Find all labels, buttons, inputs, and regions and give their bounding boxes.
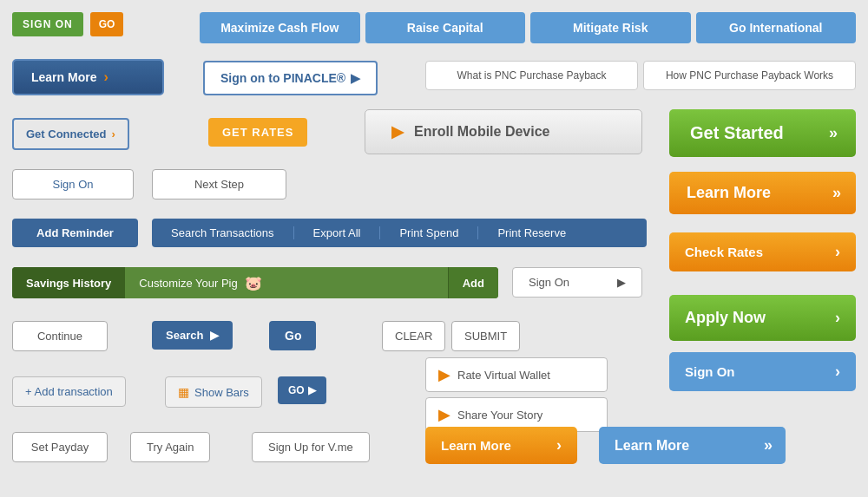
pnc-tab-1-button[interactable]: What is PNC Purchase Payback [425,61,638,90]
sign-on-right-button[interactable]: Sign On › [669,352,856,391]
learn-more-orange-chevron-icon: » [832,184,838,202]
learn-more-orange-bottom-chevron-icon: › [556,436,562,454]
raise-capital-button[interactable]: Raise Capital [365,12,526,43]
top-nav: Maximize Cash Flow Raise Capital Mitigat… [200,12,856,43]
main-canvas: Maximize Cash Flow Raise Capital Mitigat… [0,0,868,497]
get-started-chevron-icon: » [829,124,835,142]
bar-chart-icon: ▦ [178,385,189,399]
sign-on-play-icon: ▶ [617,276,626,289]
get-connected-label: Get Connected [26,128,106,141]
enroll-mobile-button[interactable]: ▶ Enroll Mobile Device [365,109,642,154]
learn-more-blue-bottom-chevron-icon: » [764,436,770,454]
sign-on-arrow-label: Sign On [529,276,569,289]
customize-pig-label: Customize Your Pig [139,277,237,290]
search-arrow-icon: ▶ [210,329,219,342]
show-bars-label: Show Bars [194,386,249,399]
get-started-button[interactable]: Get Started » [669,109,856,157]
pnc-tab-2-button[interactable]: How PNC Purchase Payback Works [643,61,856,90]
search-transactions-button[interactable]: Search Transactions [152,226,294,239]
apply-now-button[interactable]: Apply Now › [669,295,856,341]
rate-vw-play-icon: ▶ [438,365,450,384]
learn-more-dark-label: Learn More [31,70,96,84]
share-story-play-icon: ▶ [438,405,450,424]
learn-more-blue-bottom-button[interactable]: Learn More » [599,427,786,464]
go-international-button[interactable]: Go International [696,12,857,43]
learn-more-dark-button[interactable]: Learn More › [12,59,164,95]
learn-more-orange-bottom-button[interactable]: Learn More › [425,427,577,464]
next-step-button[interactable]: Next Step [152,169,286,199]
go-dark-button[interactable]: Go [269,321,316,350]
clear-button[interactable]: CLEAR [382,321,445,351]
go-blue-button[interactable]: GO ▶ [278,376,326,404]
add-transaction-button[interactable]: + Add transaction [12,376,126,407]
add-reminder-button[interactable]: Add Reminder [12,219,138,247]
set-payday-button[interactable]: Set Payday [12,432,108,462]
check-rates-label: Check Rates [685,245,763,259]
pinacle-button[interactable]: Sign on to PINACLE® ▶ [203,61,378,95]
export-all-button[interactable]: Export All [294,226,381,239]
try-again-button[interactable]: Try Again [130,432,210,462]
apply-now-chevron-icon: › [835,309,840,327]
pinacle-arrow-icon: ▶ [351,71,360,85]
get-connected-button[interactable]: Get Connected › [12,118,129,150]
play-icon: ▶ [391,122,404,141]
savings-bar: Savings History Customize Your Pig 🐷 Add [12,267,498,298]
pig-icon: 🐷 [245,275,262,291]
signup-vme-button[interactable]: Sign Up for V.me [252,432,370,462]
get-rates-button[interactable]: GET RATES [208,118,307,147]
sign-on-green-button[interactable]: SIGN ON [12,12,83,36]
continue-button[interactable]: Continue [12,321,108,351]
sign-on-arrow-button[interactable]: Sign On ▶ [512,267,642,298]
signin-row: SIGN ON GO [12,12,123,36]
arrow-right-icon: › [103,69,108,85]
search-label: Search [166,329,203,342]
enroll-label: Enroll Mobile Device [414,124,549,140]
savings-history-label: Savings History [12,267,125,298]
print-reserve-button[interactable]: Print Reserve [478,226,585,239]
customize-pig-button[interactable]: Customize Your Pig 🐷 [125,267,447,298]
get-connected-arrow-icon: › [111,128,115,141]
get-started-label: Get Started [690,123,784,143]
transaction-toolbar: Search Transactions Export All Print Spe… [152,219,647,247]
learn-more-blue-bottom-label: Learn More [615,438,689,454]
apply-now-label: Apply Now [685,309,766,327]
submit-button[interactable]: SUBMIT [451,321,520,351]
check-rates-button[interactable]: Check Rates › [669,232,856,271]
go-blue-arrow-icon: ▶ [308,384,316,396]
savings-add-button[interactable]: Add [448,267,498,298]
sign-on-right-chevron-icon: › [835,363,840,381]
check-rates-chevron-icon: › [835,243,840,261]
pinacle-label: Sign on to PINACLE® [220,71,345,85]
rate-virtual-wallet-button[interactable]: ▶ Rate Virtual Wallet [425,357,608,392]
learn-more-orange-button[interactable]: Learn More » [669,172,856,214]
learn-more-orange-label: Learn More [687,184,771,202]
mitigate-risk-button[interactable]: Mitigate Risk [530,12,691,43]
pnc-tabs: What is PNC Purchase Payback How PNC Pur… [425,61,856,90]
add-transaction-label: + Add transaction [25,385,113,398]
go-orange-button[interactable]: GO [90,12,124,36]
sign-on-outline-button[interactable]: Sign On [12,169,134,199]
maximize-cash-flow-button[interactable]: Maximize Cash Flow [200,12,360,43]
learn-more-orange-bottom-label: Learn More [441,438,511,453]
rate-vw-label: Rate Virtual Wallet [457,369,550,382]
print-spend-button[interactable]: Print Spend [380,226,478,239]
show-bars-button[interactable]: ▦ Show Bars [165,376,262,408]
share-story-label: Share Your Story [457,409,542,422]
search-button[interactable]: Search ▶ [152,321,233,350]
sign-on-right-label: Sign On [685,364,735,379]
virtual-wallet-group: ▶ Rate Virtual Wallet ▶ Share Your Story [425,357,608,432]
go-blue-label: GO [288,384,305,396]
